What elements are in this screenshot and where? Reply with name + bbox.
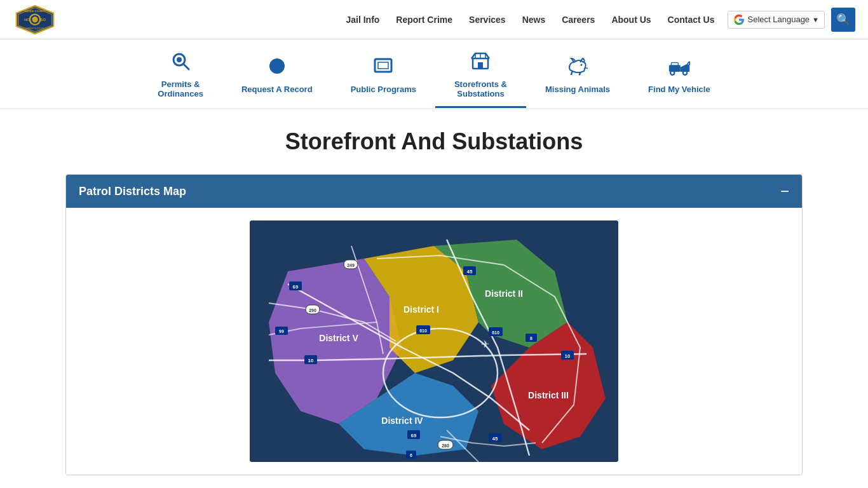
nav-contact-us[interactable]: Contact Us bbox=[661, 12, 721, 27]
svg-text:6: 6 bbox=[410, 453, 412, 458]
nav-about-us[interactable]: About Us bbox=[605, 12, 657, 27]
page-title: Storefront And Substations bbox=[65, 128, 803, 155]
nav-careers[interactable]: Careers bbox=[555, 12, 601, 27]
svg-line-11 bbox=[184, 64, 189, 69]
patrol-map: 45 69 8 10 10 610 bbox=[250, 220, 618, 462]
missing-animals-label: Missing Animals bbox=[545, 85, 610, 94]
svg-text:District V: District V bbox=[319, 333, 358, 343]
svg-text:SHERIFF'S OFFICE: SHERIFF'S OFFICE bbox=[26, 27, 44, 29]
main-content: Storefront And Substations Patrol Distri… bbox=[53, 109, 815, 488]
language-selector[interactable]: Select Language ▼ bbox=[728, 11, 825, 29]
svg-point-24 bbox=[670, 71, 674, 74]
svg-rect-13 bbox=[375, 59, 391, 72]
svg-text:69: 69 bbox=[293, 284, 299, 290]
animals-icon bbox=[566, 56, 589, 81]
record-icon bbox=[267, 56, 287, 81]
nav-item-public-programs[interactable]: Public Programs bbox=[332, 51, 435, 104]
nav-item-permits[interactable]: Permits &Ordinances bbox=[139, 46, 222, 108]
svg-text:HC: HC bbox=[24, 18, 30, 22]
svg-text:HARRIS COUNTY: HARRIS COUNTY bbox=[24, 10, 46, 13]
svg-text:10: 10 bbox=[565, 353, 571, 359]
svg-text:District IV: District IV bbox=[381, 416, 423, 426]
svg-text:610: 610 bbox=[492, 330, 499, 335]
search-icon: 🔍 bbox=[836, 13, 850, 27]
svg-rect-14 bbox=[378, 62, 388, 69]
google-icon bbox=[733, 14, 745, 25]
vehicle-icon bbox=[668, 56, 691, 81]
logo-image: HARRIS COUNTY SHERIFF'S OFFICE HC SO bbox=[13, 3, 57, 36]
find-vehicle-label: Find My Vehicle bbox=[648, 85, 710, 94]
svg-text:69: 69 bbox=[411, 433, 417, 438]
svg-rect-17 bbox=[478, 62, 483, 69]
public-programs-label: Public Programs bbox=[351, 85, 416, 94]
nav-report-crime[interactable]: Report Crime bbox=[390, 12, 459, 27]
svg-text:249: 249 bbox=[347, 263, 355, 268]
logo-link[interactable]: HARRIS COUNTY SHERIFF'S OFFICE HC SO bbox=[13, 3, 57, 36]
svg-text:✈: ✈ bbox=[481, 339, 489, 349]
svg-text:District II: District II bbox=[485, 288, 523, 299]
lang-dropdown-arrow: ▼ bbox=[812, 16, 819, 24]
programs-icon bbox=[373, 56, 393, 81]
map-svg: 45 69 8 10 10 610 bbox=[250, 220, 618, 462]
storefronts-label: Storefronts &Substations bbox=[454, 79, 507, 98]
top-nav: HARRIS COUNTY SHERIFF'S OFFICE HC SO Jai… bbox=[0, 0, 868, 39]
accordion-header[interactable]: Patrol Districts Map − bbox=[66, 175, 802, 208]
svg-text:District I: District I bbox=[403, 304, 439, 315]
language-label: Select Language bbox=[748, 15, 810, 24]
svg-text:10: 10 bbox=[308, 358, 314, 363]
accordion-body: 45 69 8 10 10 610 bbox=[66, 208, 802, 475]
svg-text:SO: SO bbox=[41, 18, 46, 22]
nav-item-request-record[interactable]: Request A Record bbox=[222, 51, 332, 104]
nav-links: Jail Info Report Crime Services News Car… bbox=[339, 14, 721, 25]
nav-item-storefronts[interactable]: Storefronts &Substations bbox=[435, 46, 526, 108]
storefronts-icon bbox=[470, 51, 491, 76]
svg-point-12 bbox=[269, 58, 285, 74]
request-record-label: Request A Record bbox=[241, 85, 313, 94]
svg-point-25 bbox=[683, 71, 687, 74]
svg-text:610: 610 bbox=[419, 329, 427, 333]
permits-label: Permits &Ordinances bbox=[158, 79, 203, 98]
svg-text:8: 8 bbox=[530, 336, 532, 341]
svg-text:280: 280 bbox=[442, 444, 449, 448]
svg-point-10 bbox=[177, 57, 182, 62]
nav-item-find-vehicle[interactable]: Find My Vehicle bbox=[629, 51, 729, 104]
svg-point-4 bbox=[32, 17, 37, 22]
nav-item-missing-animals[interactable]: Missing Animals bbox=[526, 51, 629, 104]
accordion-title: Patrol Districts Map bbox=[79, 185, 186, 198]
svg-text:45: 45 bbox=[492, 436, 498, 442]
svg-text:45: 45 bbox=[467, 269, 473, 274]
accordion-toggle-icon: − bbox=[780, 184, 789, 199]
svg-text:290: 290 bbox=[309, 308, 316, 313]
nav-services[interactable]: Services bbox=[463, 12, 512, 27]
svg-text:District III: District III bbox=[528, 390, 569, 400]
search-button[interactable]: 🔍 bbox=[831, 8, 855, 32]
svg-point-21 bbox=[581, 64, 583, 65]
nav-news[interactable]: News bbox=[516, 12, 552, 27]
patrol-districts-accordion: Patrol Districts Map − bbox=[65, 174, 803, 475]
nav-jail-info[interactable]: Jail Info bbox=[339, 12, 386, 27]
secondary-nav: Permits &Ordinances Request A Record Pub… bbox=[0, 39, 868, 109]
svg-text:99: 99 bbox=[279, 329, 284, 334]
permits-icon bbox=[170, 51, 191, 76]
